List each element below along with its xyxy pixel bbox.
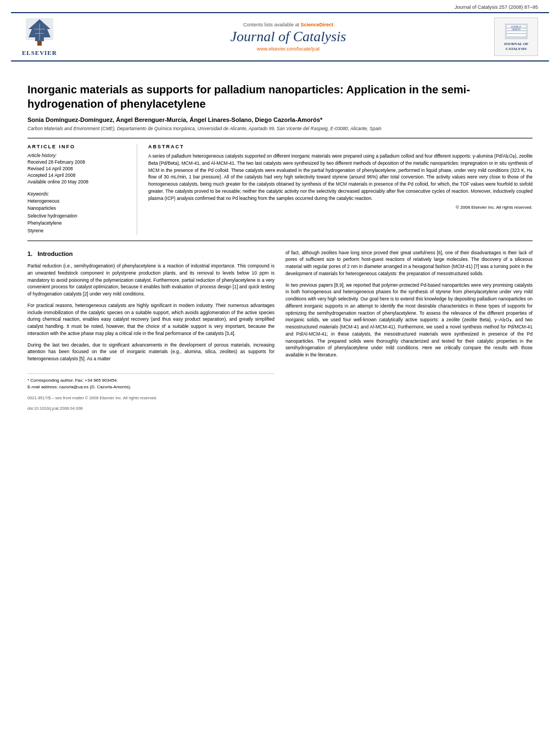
keyword-styrene: Styrene bbox=[27, 227, 128, 235]
journal-logo-box: JOURNAL OF CATALYSIS JOURNAL OF CATALYSI… bbox=[494, 18, 538, 56]
email-footnote: E-mail address: cazorla@ua.es (D. Cazorl… bbox=[27, 384, 275, 390]
svg-rect-2 bbox=[37, 41, 42, 46]
revised-text: Revised 14 April 2008 bbox=[27, 166, 128, 172]
keyword-nanoparticles: Nanoparticles bbox=[27, 205, 128, 213]
abstract-column: ABSTRACT A series of palladium heterogen… bbox=[148, 144, 533, 235]
article-authors: Sonia Domínguez-Domínguez, Ángel Berengu… bbox=[27, 116, 533, 123]
keyword-phenylacetylene: Phenylacetylene bbox=[27, 220, 128, 227]
body-right-column: of fact, although zeolites have long sin… bbox=[285, 249, 533, 412]
body-two-column: 1. Introduction Partial reduction (i.e.,… bbox=[27, 249, 533, 412]
article-info-column: ARTICLE INFO Article history: Received 2… bbox=[27, 144, 137, 235]
journal-title: Journal of Catalysis bbox=[93, 29, 483, 45]
sciencedirect-link[interactable]: ScienceDirect bbox=[301, 22, 334, 27]
article-title: Inorganic materials as supports for pall… bbox=[27, 82, 533, 111]
introduction-heading: 1. Introduction bbox=[27, 249, 275, 259]
right-para-1: of fact, although zeolites have long sin… bbox=[285, 249, 533, 277]
svg-text:JOURNAL OF: JOURNAL OF bbox=[511, 26, 521, 28]
available-text: Available online 20 May 2008 bbox=[27, 179, 128, 186]
sciencedirect-line: Contents lists available at ScienceDirec… bbox=[93, 22, 483, 27]
svg-text:CATALYSIS: CATALYSIS bbox=[512, 29, 520, 31]
article-content: Inorganic materials as supports for pall… bbox=[0, 62, 560, 422]
header-center: Contents lists available at ScienceDirec… bbox=[93, 22, 483, 52]
intro-title: Introduction bbox=[37, 250, 72, 257]
journal-ref-text: Journal of Catalysis 257 (2008) 87–95 bbox=[455, 4, 538, 10]
journal-logo-icon: JOURNAL OF CATALYSIS bbox=[504, 23, 529, 42]
intro-number: 1. bbox=[27, 250, 32, 257]
article-affiliation: Carbon Materials and Environment (CME), … bbox=[27, 126, 533, 131]
doi-line[interactable]: doi:10.1016/j.jcat.2008.04.008 bbox=[27, 405, 275, 411]
header-left: ELSEVIER bbox=[22, 18, 93, 56]
article-history-label: Article history: bbox=[27, 153, 128, 158]
intro-para-1: Partial reduction (i.e., semihydrogenati… bbox=[27, 263, 275, 298]
journal-reference: Journal of Catalysis 257 (2008) 87–95 bbox=[0, 0, 560, 12]
journal-logo-text: JOURNAL OF CATALYSIS bbox=[495, 42, 537, 51]
intro-para-3: During the last two decades, due to sign… bbox=[27, 342, 275, 362]
keywords-list: Heterogeneous Nanoparticles Selective hy… bbox=[27, 198, 128, 235]
intro-para-2: For practical reasons, heterogeneous cat… bbox=[27, 302, 275, 337]
footnote-section: * Corresponding author. Fax: +34 965 903… bbox=[27, 373, 275, 412]
elsevier-text: ELSEVIER bbox=[22, 49, 57, 56]
elsevier-logo: ELSEVIER bbox=[22, 18, 57, 56]
accepted-text: Accepted 14 April 2008 bbox=[27, 172, 128, 179]
copyright-line: © 2008 Elsevier Inc. All rights reserved… bbox=[148, 205, 533, 210]
received-text: Received 28 February 2008 bbox=[27, 159, 128, 166]
article-info-title: ARTICLE INFO bbox=[27, 144, 128, 149]
keyword-selective-hydrogenation: Selective hydrogenation bbox=[27, 213, 128, 220]
header-banner: ELSEVIER Contents lists available at Sci… bbox=[11, 12, 549, 62]
authors-text: Sonia Domínguez-Domínguez, Ángel Berengu… bbox=[27, 116, 322, 123]
body-left-column: 1. Introduction Partial reduction (i.e.,… bbox=[27, 249, 275, 412]
journal-website[interactable]: www.elsevier.com/locate/jcat bbox=[93, 46, 483, 52]
article-info-abstract-section: ARTICLE INFO Article history: Received 2… bbox=[27, 138, 533, 241]
header-right: JOURNAL OF CATALYSIS JOURNAL OF CATALYSI… bbox=[483, 18, 538, 56]
abstract-text: A series of palladium heterogeneous cata… bbox=[148, 153, 533, 202]
elsevier-tree-icon bbox=[23, 18, 56, 48]
corresponding-footnote: * Corresponding author. Fax: +34 965 903… bbox=[27, 377, 275, 384]
keywords-label: Keywords: bbox=[27, 191, 128, 197]
page: Journal of Catalysis 257 (2008) 87–95 EL… bbox=[0, 0, 560, 742]
abstract-title: ABSTRACT bbox=[148, 144, 533, 149]
keyword-heterogeneous: Heterogeneous bbox=[27, 198, 128, 205]
issn-line: 0021-9517/$ – see front matter © 2008 El… bbox=[27, 395, 275, 401]
right-para-2: In two previous papers [8,9], we reporte… bbox=[285, 282, 533, 359]
intro-title-space bbox=[34, 250, 36, 257]
